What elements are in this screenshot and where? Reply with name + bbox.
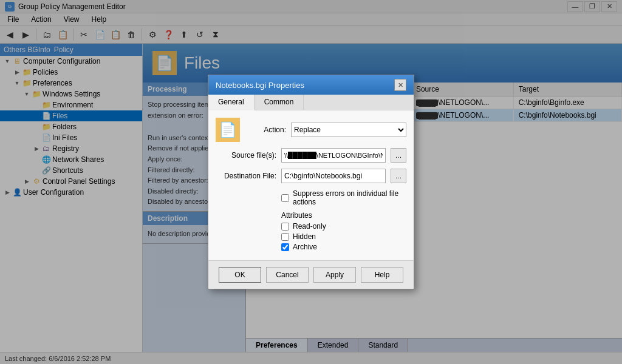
attr-archive-row: Archive (281, 243, 406, 251)
destination-browse-button[interactable]: … (391, 169, 406, 183)
ok-button[interactable]: OK (219, 267, 261, 283)
attr-hidden-row: Hidden (281, 232, 406, 241)
modal-overlay: Notebooks.bgi Properties ✕ General Commo… (0, 0, 622, 364)
cancel-button[interactable]: Cancel (266, 267, 309, 283)
attr-readonly-row: Read-only (281, 222, 406, 231)
archive-checkbox[interactable] (281, 243, 289, 251)
modal-tabs: General Common (208, 95, 414, 110)
modal-tab-general[interactable]: General (208, 95, 255, 110)
modal-title: Notebooks.bgi Properties (216, 81, 304, 90)
source-file-input[interactable] (281, 148, 386, 163)
modal-close-button[interactable]: ✕ (394, 79, 406, 91)
modal-title-bar: Notebooks.bgi Properties ✕ (208, 75, 414, 95)
hidden-label: Hidden (293, 232, 316, 241)
action-label: Action: (250, 126, 286, 134)
attributes-section: Attributes Read-only Hidden Archive (281, 211, 406, 251)
readonly-label: Read-only (293, 222, 326, 231)
help-button-modal[interactable]: Help (361, 267, 403, 283)
modal-tab-common[interactable]: Common (255, 95, 304, 110)
archive-label: Archive (293, 243, 317, 251)
readonly-checkbox[interactable] (281, 223, 289, 231)
hidden-checkbox[interactable] (281, 233, 289, 241)
source-file-row: Source file(s): … (216, 148, 406, 163)
modal-file-icon: 📄 (216, 118, 240, 142)
suppress-errors-checkbox[interactable] (281, 194, 289, 202)
source-label: Source file(s): (216, 151, 276, 160)
destination-file-row: Destination File: … (216, 169, 406, 183)
attributes-label: Attributes (281, 211, 406, 220)
source-browse-button[interactable]: … (391, 148, 406, 163)
suppress-errors-label: Suppress errors on individual file actio… (293, 189, 406, 206)
destination-file-input[interactable] (281, 169, 386, 183)
suppress-errors-row: Suppress errors on individual file actio… (281, 189, 406, 206)
modal-body: 📄 Action: Replace Create Update Delete (208, 110, 414, 260)
destination-label: Destination File: (216, 172, 276, 180)
apply-button[interactable]: Apply (313, 267, 356, 283)
modal-footer: OK Cancel Apply Help (208, 260, 414, 289)
modal-icon-action-row: 📄 Action: Replace Create Update Delete (216, 118, 406, 142)
action-select[interactable]: Replace Create Update Delete (291, 123, 406, 137)
modal-dialog: Notebooks.bgi Properties ✕ General Commo… (208, 75, 414, 289)
